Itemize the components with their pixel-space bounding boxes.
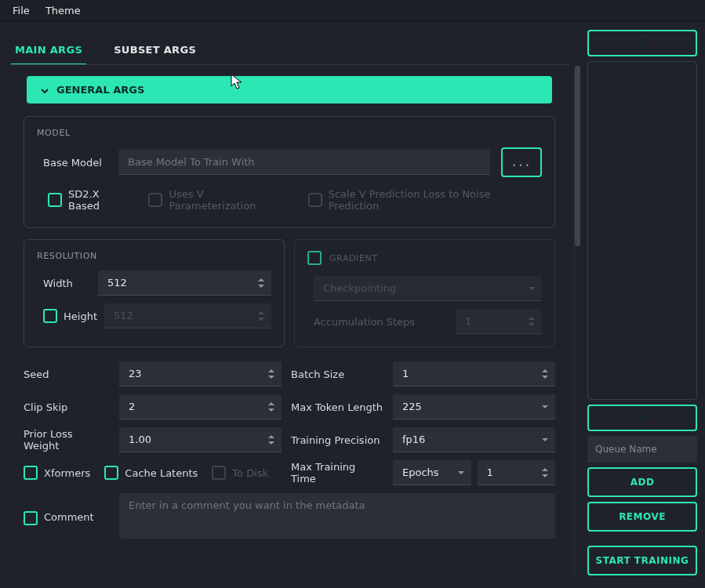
clip-input[interactable] — [119, 394, 282, 419]
caret-down-icon — [528, 285, 536, 292]
width-label: Width — [37, 278, 90, 289]
height-input — [104, 303, 271, 328]
batch-label: Batch Size — [291, 368, 383, 380]
scrollbar[interactable] — [574, 66, 580, 575]
add-button[interactable]: ADD — [587, 467, 697, 497]
start-training-button[interactable]: START TRAINING — [587, 546, 697, 575]
sd2x-checkbox[interactable] — [48, 193, 62, 207]
scrollbar-thumb[interactable] — [575, 66, 580, 246]
comment-textarea[interactable] — [119, 493, 555, 539]
mtime-stepper[interactable] — [541, 460, 554, 485]
queue-name-input[interactable] — [587, 436, 697, 463]
comment-checkbox[interactable] — [24, 511, 38, 525]
base-model-label: Base Model — [37, 157, 107, 169]
chevron-up-icon — [638, 38, 647, 46]
accum-steps-stepper — [528, 309, 540, 334]
prior-label: Prior Loss Weight — [24, 428, 110, 452]
caret-down-icon — [541, 437, 549, 443]
vparam-checkbox — [148, 193, 162, 207]
clip-stepper[interactable] — [267, 394, 280, 419]
model-legend: MODEL — [37, 128, 542, 138]
gradient-checkbox[interactable] — [307, 251, 322, 265]
xformers-label: Xformers — [44, 467, 90, 479]
caret-down-icon — [457, 470, 465, 476]
clip-label: Clip Skip — [24, 401, 110, 413]
tab-main-args[interactable]: MAIN ARGS — [11, 36, 86, 65]
resolution-fieldset: RESOLUTION Width — [24, 239, 285, 347]
caret-down-icon — [541, 404, 549, 410]
accum-steps-label: Accumulation Steps — [314, 316, 448, 328]
chevron-down-icon — [638, 413, 647, 421]
maxtok-label: Max Token Length — [291, 401, 383, 413]
base-model-input[interactable] — [118, 150, 490, 175]
scalev-label: Scale V Prediction Loss to Noise Predict… — [329, 188, 542, 212]
gradient-legend: GRADIENT — [329, 253, 378, 263]
menubar: File Theme — [0, 0, 705, 22]
expand-down-button[interactable] — [587, 405, 697, 431]
sd2x-label: SD2.X Based — [68, 188, 133, 212]
prec-label: Training Precision — [291, 434, 383, 446]
vparam-label: Uses V Parameterization — [169, 188, 292, 212]
height-checkbox[interactable] — [43, 309, 57, 323]
xformers-checkbox[interactable] — [24, 466, 38, 480]
todisk-checkbox — [212, 466, 226, 480]
chevron-down-icon — [41, 87, 49, 95]
height-stepper — [257, 303, 270, 328]
cache-latents-checkbox[interactable] — [104, 466, 118, 480]
height-label: Height — [64, 310, 97, 322]
maxtok-select[interactable] — [393, 394, 555, 419]
queue-list-panel — [587, 61, 697, 400]
cache-latents-label: Cache Latents — [125, 467, 198, 479]
seed-input[interactable] — [119, 361, 282, 387]
base-model-browse-button[interactable]: ... — [501, 147, 542, 177]
seed-label: Seed — [24, 368, 110, 380]
prior-input[interactable] — [119, 427, 282, 452]
batch-stepper[interactable] — [541, 361, 554, 387]
gradient-fieldset: GRADIENT Accumulation Steps — [294, 239, 555, 347]
resolution-legend: RESOLUTION — [37, 251, 271, 261]
width-input[interactable] — [98, 270, 271, 296]
general-args-header[interactable]: GENERAL ARGS — [27, 76, 552, 103]
model-fieldset: MODEL Base Model ... SD2.X Based — [24, 116, 555, 228]
prior-stepper[interactable] — [267, 427, 280, 452]
tabs: MAIN ARGS SUBSET ARGS — [9, 30, 569, 65]
tab-subset-args[interactable]: SUBSET ARGS — [110, 36, 200, 64]
checkpointing-select — [314, 276, 542, 301]
scalev-checkbox — [308, 193, 322, 207]
mtime-label: Max Training Time — [291, 461, 383, 485]
prec-select[interactable] — [393, 427, 555, 452]
seed-stepper[interactable] — [267, 361, 280, 387]
comment-label: Comment — [44, 511, 94, 523]
width-stepper[interactable] — [257, 270, 270, 296]
batch-input[interactable] — [393, 361, 555, 387]
collapse-up-button[interactable] — [587, 30, 697, 56]
menu-file[interactable]: File — [6, 3, 36, 18]
remove-button[interactable]: REMOVE — [587, 502, 697, 532]
menu-theme[interactable]: Theme — [39, 3, 87, 18]
todisk-label: To Disk — [232, 467, 268, 479]
